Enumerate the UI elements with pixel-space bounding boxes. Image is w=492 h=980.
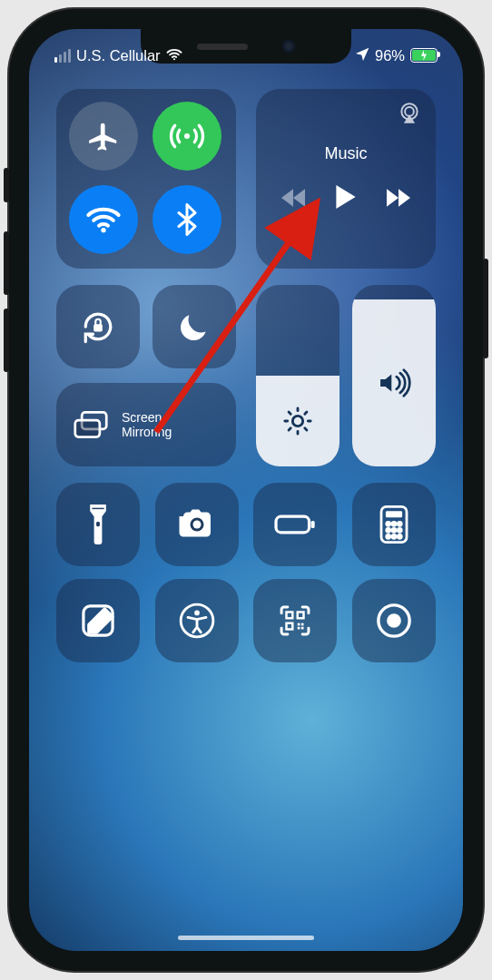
svg-point-21: [392, 528, 396, 532]
play-button[interactable]: [336, 185, 356, 214]
svg-rect-34: [298, 627, 300, 630]
do-not-disturb-toggle[interactable]: [153, 285, 236, 368]
volume-up-button: [4, 231, 9, 295]
svg-point-4: [405, 107, 414, 116]
svg-point-8: [292, 416, 302, 426]
carrier-label: U.S. Cellular: [76, 47, 161, 64]
notes-button[interactable]: [56, 579, 140, 662]
music-transport-controls: [281, 185, 410, 214]
brightness-icon: [282, 406, 313, 436]
flashlight-icon: [87, 505, 109, 544]
side-button: [483, 259, 488, 358]
brightness-fill: [256, 376, 339, 466]
music-title-label: Music: [324, 144, 367, 163]
svg-point-22: [398, 528, 401, 532]
airplane-mode-toggle[interactable]: [69, 102, 138, 171]
svg-rect-31: [287, 623, 293, 630]
cellular-signal-icon: [54, 49, 71, 63]
battery-icon: [410, 48, 438, 63]
previous-track-button[interactable]: [281, 187, 305, 212]
calculator-button[interactable]: [352, 483, 436, 566]
svg-point-20: [387, 528, 390, 532]
compose-icon: [81, 603, 115, 638]
svg-rect-16: [386, 511, 402, 517]
svg-point-25: [398, 534, 401, 538]
screen-mirroring-icon: [73, 410, 109, 439]
svg-point-37: [387, 613, 401, 628]
bluetooth-toggle[interactable]: [153, 185, 221, 254]
qr-scanner-button[interactable]: [253, 579, 337, 662]
battery-outline-icon: [274, 514, 316, 535]
screen: U.S. Cellular 96%: [29, 29, 463, 951]
low-power-mode-button[interactable]: [253, 483, 337, 566]
rotation-lock-toggle[interactable]: [56, 285, 140, 368]
svg-rect-33: [301, 627, 304, 630]
svg-rect-7: [75, 420, 100, 436]
svg-rect-13: [276, 516, 310, 533]
svg-point-0: [173, 58, 175, 60]
svg-rect-35: [301, 623, 304, 626]
screen-mirroring-label: Screen Mirroring: [122, 410, 194, 439]
accessibility-icon: [179, 603, 215, 639]
svg-point-19: [398, 522, 401, 525]
volume-icon: [377, 368, 411, 397]
airplane-icon: [86, 119, 121, 153]
mute-switch: [4, 168, 9, 202]
camera-icon: [178, 509, 216, 540]
connectivity-module[interactable]: [56, 89, 236, 269]
svg-rect-9: [96, 522, 100, 526]
svg-point-12: [192, 521, 201, 529]
svg-point-2: [101, 228, 105, 232]
bluetooth-icon: [177, 203, 197, 236]
airplay-icon[interactable]: [398, 102, 421, 127]
location-icon: [356, 47, 369, 64]
status-bar: U.S. Cellular 96%: [29, 42, 463, 69]
flashlight-button[interactable]: [56, 483, 140, 566]
svg-rect-5: [93, 324, 103, 331]
screen-mirroring-label-line2: Mirroring: [122, 425, 172, 439]
wifi-toggle[interactable]: [69, 185, 138, 254]
rotation-lock-icon: [78, 307, 118, 347]
brightness-slider[interactable]: [256, 285, 339, 466]
camera-button[interactable]: [155, 483, 239, 566]
svg-rect-14: [311, 521, 315, 528]
svg-point-1: [184, 133, 190, 139]
music-module[interactable]: Music: [256, 89, 436, 269]
screen-mirroring-label-line1: Screen: [122, 410, 162, 425]
svg-point-18: [392, 522, 396, 525]
home-indicator[interactable]: [178, 936, 314, 940]
volume-down-button: [4, 309, 9, 372]
battery-fill: [412, 50, 436, 61]
svg-rect-29: [287, 612, 293, 619]
screen-mirroring-button[interactable]: Screen Mirroring: [56, 383, 236, 466]
svg-rect-30: [298, 612, 304, 619]
volume-fill: [352, 299, 436, 466]
iphone-device-frame: U.S. Cellular 96%: [9, 9, 483, 971]
antenna-icon: [169, 118, 205, 154]
moon-icon: [177, 309, 212, 344]
next-track-button[interactable]: [387, 187, 410, 212]
cellular-data-toggle[interactable]: [153, 102, 221, 171]
svg-point-24: [392, 534, 396, 538]
svg-rect-32: [298, 623, 300, 626]
wifi-icon: [166, 47, 182, 64]
wifi-icon: [85, 206, 122, 233]
battery-percent-label: 96%: [375, 47, 405, 64]
svg-point-28: [194, 611, 200, 616]
calculator-icon: [379, 505, 408, 544]
svg-point-17: [387, 522, 390, 525]
accessibility-shortcut-button[interactable]: [155, 579, 239, 662]
volume-slider[interactable]: [352, 285, 436, 466]
svg-point-23: [387, 534, 390, 538]
record-icon: [376, 603, 412, 639]
screen-record-button[interactable]: [352, 579, 436, 662]
qr-code-icon: [278, 603, 312, 638]
